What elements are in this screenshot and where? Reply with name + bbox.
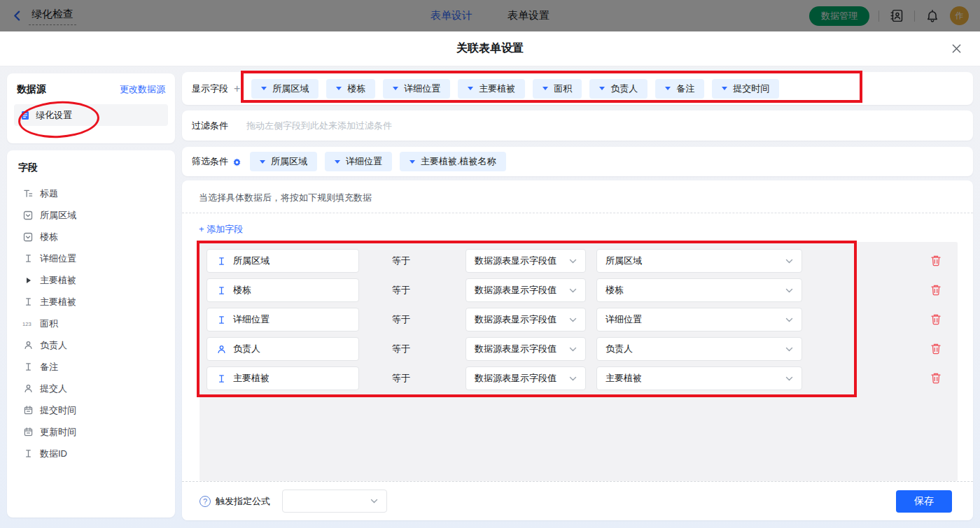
screening-tags: 所属区域 详细位置 主要植被.植被名称 bbox=[250, 152, 506, 171]
datasource-card: 数据源 更改数据源 绿化设置 bbox=[7, 73, 175, 143]
gear-icon[interactable] bbox=[232, 158, 241, 167]
field-item[interactable]: 提交人 bbox=[22, 378, 175, 399]
formula-select[interactable] bbox=[282, 490, 387, 513]
display-field-tag[interactable]: 所属区域 bbox=[251, 79, 318, 99]
help-icon[interactable]: ? bbox=[200, 496, 211, 507]
field-item[interactable]: 提交时间 bbox=[22, 399, 175, 421]
delete-row-button[interactable] bbox=[930, 313, 941, 325]
source-type-select[interactable]: 数据源表显示字段值 bbox=[465, 308, 586, 331]
select-icon bbox=[22, 232, 34, 242]
screening-label: 筛选条件 bbox=[192, 155, 228, 168]
rule-field-input[interactable]: 详细位置 bbox=[206, 308, 359, 331]
operator-label: 等于 bbox=[392, 249, 410, 273]
chevron-down-icon bbox=[569, 288, 577, 293]
modal-body: 数据源 更改数据源 绿化设置 字段 标题 所属区域 楼栋 详细位置 主要植被 主… bbox=[0, 66, 980, 528]
field-item[interactable]: 详细位置 bbox=[22, 248, 175, 269]
screening-tag[interactable]: 主要植被.植被名称 bbox=[400, 152, 506, 171]
save-button[interactable]: 保存 bbox=[896, 490, 952, 513]
source-field-select[interactable]: 主要植被 bbox=[596, 366, 802, 390]
delete-row-button[interactable] bbox=[930, 284, 941, 296]
chevron-down-icon bbox=[569, 259, 577, 264]
text-icon bbox=[216, 315, 227, 324]
chevron-down-icon bbox=[569, 317, 577, 322]
display-field-tag[interactable]: 楼栋 bbox=[326, 79, 375, 99]
source-type-select[interactable]: 数据源表显示字段值 bbox=[465, 366, 586, 390]
display-fields-tags: 所属区域 楼栋 详细位置 主要植被 面积 负责人 备注 提交时间 bbox=[251, 79, 779, 99]
divider bbox=[182, 213, 973, 213]
source-field-select[interactable]: 负责人 bbox=[596, 337, 802, 361]
fill-rules-card: 当选择具体数据后，将按如下规则填充数据 + 添加字段 所属区域 等于 数据源表显… bbox=[182, 180, 973, 520]
caret-down-icon bbox=[335, 160, 340, 164]
rule-field-input[interactable]: 负责人 bbox=[206, 337, 359, 361]
form-document-icon bbox=[20, 110, 30, 120]
source-type-select[interactable]: 数据源表显示字段值 bbox=[465, 249, 586, 273]
display-field-tag[interactable]: 负责人 bbox=[589, 79, 648, 99]
rule-field-input[interactable]: 所属区域 bbox=[206, 249, 359, 273]
display-field-tag[interactable]: 详细位置 bbox=[383, 79, 450, 99]
modal-footer: ? 触发指定公式 保存 bbox=[182, 481, 973, 520]
rules-hint: 当选择具体数据后，将按如下规则填充数据 bbox=[182, 180, 973, 204]
svg-text:123: 123 bbox=[22, 321, 31, 327]
field-item[interactable]: 主要植被 bbox=[22, 291, 175, 313]
chevron-down-icon bbox=[785, 259, 793, 264]
caret-down-icon bbox=[410, 160, 415, 164]
chevron-down-icon bbox=[569, 347, 577, 352]
close-icon[interactable] bbox=[951, 43, 962, 54]
person-icon bbox=[216, 345, 227, 354]
field-item[interactable]: 123面积 bbox=[22, 313, 175, 334]
modal-title: 关联表单设置 bbox=[456, 41, 524, 56]
text-icon bbox=[216, 257, 227, 266]
fields-card: 字段 标题 所属区域 楼栋 详细位置 主要植被 主要植被 123面积 负责人 备… bbox=[7, 150, 175, 518]
chevron-down-icon bbox=[785, 376, 793, 381]
field-item[interactable]: 负责人 bbox=[22, 334, 175, 356]
formula-label: 触发指定公式 bbox=[216, 495, 270, 508]
rule-field-input[interactable]: 楼栋 bbox=[206, 278, 359, 302]
screening-tag[interactable]: 所属区域 bbox=[250, 152, 317, 171]
caret-down-icon bbox=[393, 87, 398, 90]
field-item[interactable]: 主要植被 bbox=[22, 269, 175, 291]
rule-field-input[interactable]: 主要植被 bbox=[206, 366, 359, 390]
screening-tag[interactable]: 详细位置 bbox=[325, 152, 392, 171]
source-field-select[interactable]: 所属区域 bbox=[596, 249, 802, 273]
text-icon bbox=[22, 254, 34, 263]
add-field-link[interactable]: + 添加字段 bbox=[199, 223, 243, 236]
fields-title: 字段 bbox=[7, 150, 175, 174]
datasource-item[interactable]: 绿化设置 bbox=[14, 104, 168, 126]
add-display-field-button[interactable]: + bbox=[234, 83, 240, 95]
field-item[interactable]: 数据ID bbox=[22, 443, 175, 464]
field-item[interactable]: 备注 bbox=[22, 356, 175, 378]
caret-down-icon bbox=[542, 87, 548, 90]
source-field-select[interactable]: 详细位置 bbox=[596, 308, 802, 331]
field-item[interactable]: 标题 bbox=[22, 183, 175, 204]
display-field-tag[interactable]: 主要植被 bbox=[458, 79, 525, 99]
chevron-down-icon bbox=[785, 317, 793, 322]
header-dim-overlay bbox=[0, 0, 980, 31]
title-icon bbox=[22, 189, 34, 198]
field-item[interactable]: 所属区域 bbox=[22, 204, 175, 226]
display-field-tag[interactable]: 备注 bbox=[655, 79, 704, 99]
filter-dropzone[interactable]: 拖动左侧字段到此处来添加过滤条件 bbox=[246, 120, 392, 132]
display-fields-card: 显示字段 + 所属区域 楼栋 详细位置 主要植被 面积 负责人 备注 提交时间 bbox=[182, 72, 973, 105]
field-item[interactable]: 楼栋 bbox=[22, 226, 175, 248]
calendar-icon bbox=[22, 427, 34, 436]
delete-row-button[interactable] bbox=[930, 255, 941, 266]
operator-label: 等于 bbox=[392, 308, 410, 331]
chevron-down-icon bbox=[785, 347, 793, 352]
screening-card: 筛选条件 所属区域 详细位置 主要植被.植被名称 bbox=[182, 147, 973, 176]
delete-row-button[interactable] bbox=[930, 372, 941, 384]
display-fields-label: 显示字段 bbox=[192, 83, 228, 95]
display-field-tag[interactable]: 面积 bbox=[533, 79, 582, 99]
source-field-select[interactable]: 楼栋 bbox=[596, 278, 802, 302]
delete-row-button[interactable] bbox=[930, 343, 941, 355]
text-icon bbox=[216, 374, 227, 383]
source-type-select[interactable]: 数据源表显示字段值 bbox=[465, 278, 586, 302]
field-item[interactable]: 更新时间 bbox=[22, 421, 175, 443]
expand-triangle-icon bbox=[22, 278, 34, 283]
display-field-tag[interactable]: 提交时间 bbox=[712, 79, 779, 99]
source-type-select[interactable]: 数据源表显示字段值 bbox=[465, 337, 586, 361]
chevron-down-icon bbox=[569, 376, 577, 381]
caret-down-icon bbox=[665, 87, 671, 90]
change-datasource-link[interactable]: 更改数据源 bbox=[120, 83, 165, 96]
chevron-down-icon bbox=[370, 499, 378, 504]
rule-row: 主要植被 等于 数据源表显示字段值 主要植被 bbox=[200, 366, 958, 390]
